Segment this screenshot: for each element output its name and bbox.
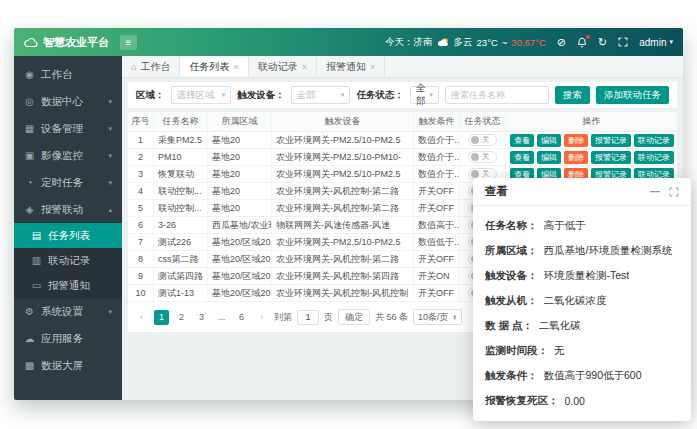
view-button[interactable]: 查看: [510, 134, 534, 147]
tab-workbench[interactable]: ⌂ 工作台: [122, 56, 180, 77]
field-value: 二氧化碳: [539, 319, 581, 333]
edit-button[interactable]: 编辑: [537, 151, 561, 164]
sidebar-item-workbench[interactable]: ◉ 工作台: [14, 61, 122, 88]
close-icon[interactable]: ×: [302, 62, 307, 72]
sidebar-item-app-services[interactable]: ☁ 应用服务: [14, 325, 122, 352]
search-input[interactable]: [445, 86, 549, 104]
delete-button[interactable]: 删除: [564, 134, 588, 147]
cell-device: 农业环境网关-风机控制-第二路: [272, 251, 414, 267]
cell-name: 联动控制...: [154, 183, 208, 199]
search-button[interactable]: 搜索: [555, 86, 590, 104]
notification-badge: [586, 35, 590, 39]
chevron-down-icon: ▾: [108, 179, 112, 187]
cell-region: 基地20: [208, 183, 272, 199]
brand: 智慧农业平台: [24, 35, 120, 50]
username: admin: [639, 37, 666, 48]
home-icon: ⌂: [131, 62, 136, 72]
field-data-point: 数 据 点： 二氧化碳: [485, 313, 679, 338]
add-linkage-task-button[interactable]: 添加联动任务: [596, 86, 669, 104]
region-select[interactable]: 选择区域 ▾: [171, 86, 232, 104]
partly-cloudy-icon: [437, 37, 450, 47]
sidebar-item-alarm-linkage[interactable]: ◈ 报警联动 ▴: [14, 196, 122, 223]
alarm-notice-icon: ▭: [31, 280, 42, 291]
cell-region: 基地20: [208, 132, 272, 148]
cell-no: 4: [128, 183, 154, 199]
linkage-record-button[interactable]: 联动记录: [634, 134, 674, 147]
page-6-button[interactable]: 6: [234, 310, 249, 325]
per-page-select[interactable]: 10条/页 ▲▼: [413, 309, 462, 325]
expand-icon[interactable]: [669, 187, 679, 197]
page-2-button[interactable]: 2: [174, 310, 189, 325]
cell-condition: 数值介于...: [414, 149, 460, 165]
sidebar-item-label: 联动记录: [48, 254, 90, 268]
cell-condition: 数值高于...: [414, 217, 460, 233]
sidebar-item-linkage-records[interactable]: ▥ 联动记录: [14, 248, 122, 273]
view-dialog: 查看 — 任务名称： 高于低于 所属区域： 西瓜基地/环境质量检测系统 触发设备…: [473, 178, 691, 421]
view-button[interactable]: 查看: [510, 151, 534, 164]
temp-high: 30.67°C: [511, 37, 545, 48]
alarm-record-button[interactable]: 报警记录: [591, 151, 631, 164]
notifications-bell-icon[interactable]: [577, 37, 587, 48]
sidebar-item-device-mgmt[interactable]: ▦ 设备管理 ▾: [14, 115, 122, 142]
sidebar-item-scheduled-tasks[interactable]: ◔ 定时任务 ▾: [14, 169, 122, 196]
lock-screen-icon[interactable]: ⊘: [557, 36, 566, 49]
sidebar-item-task-list[interactable]: ▤ 任务列表: [14, 223, 122, 248]
col-header-name: 任务名称: [154, 112, 208, 131]
status-toggle[interactable]: 关: [468, 134, 497, 146]
sidebar-toggle-button[interactable]: ≡: [120, 35, 137, 50]
refresh-icon[interactable]: ↻: [598, 36, 607, 49]
weather-prefix: 今天：济南: [385, 36, 433, 49]
prev-page-button[interactable]: ‹: [134, 310, 149, 325]
tab-alarm-notice[interactable]: 报警通知 ×: [317, 56, 385, 77]
sidebar-item-video-monitor[interactable]: ▣ 影像监控 ▾: [14, 142, 122, 169]
cell-device: 农业环境网关-PM2.5/10-PM10-: [272, 149, 414, 165]
cell-name: 联动控制...: [154, 200, 208, 216]
sidebar-item-data-screen[interactable]: ▩ 数据大屏: [14, 352, 122, 379]
cell-device: 农业环境网关-风机控制-第四路: [272, 268, 414, 284]
cell-device: 农业环境网关-风机控制-第二路: [272, 183, 414, 199]
goto-page-input[interactable]: [297, 310, 319, 325]
sidebar-item-label: 应用服务: [41, 332, 83, 346]
close-icon[interactable]: ×: [233, 62, 238, 72]
cell-no: 7: [128, 234, 154, 250]
chevron-down-icon: ▾: [429, 91, 433, 99]
trigger-device-select[interactable]: 全部 ▾: [291, 86, 351, 104]
edit-button[interactable]: 编辑: [537, 134, 561, 147]
alarm-linkage-submenu: ▤ 任务列表 ▥ 联动记录 ▭ 报警通知: [14, 223, 122, 298]
cell-condition: 开关OFF: [414, 285, 460, 301]
status-toggle[interactable]: 关: [468, 151, 497, 163]
field-label: 报警恢复死区：: [485, 394, 559, 408]
field-monitor-period: 监测时间段： 无: [485, 338, 679, 363]
linkage-record-button[interactable]: 联动记录: [634, 151, 674, 164]
temp-low: 23°C: [477, 37, 498, 48]
cell-device: 农业环境网关-PM2.5/10-PM2.5: [272, 132, 414, 148]
cell-name: 3-26: [154, 217, 208, 233]
tab-task-list[interactable]: 任务列表 ×: [180, 56, 248, 77]
col-header-device: 触发设备: [272, 112, 414, 131]
minimize-icon[interactable]: —: [650, 187, 660, 197]
fullscreen-icon[interactable]: [618, 37, 628, 47]
sidebar-item-alarm-notice[interactable]: ▭ 报警通知: [14, 273, 122, 298]
task-status-select[interactable]: 全部 ▾: [410, 86, 439, 104]
delete-button[interactable]: 删除: [564, 151, 588, 164]
toggle-knob: [471, 153, 479, 161]
cell-condition: 开关OFF: [414, 251, 460, 267]
toggle-label: 关: [482, 152, 490, 162]
page-3-button[interactable]: 3: [194, 310, 209, 325]
field-label: 数 据 点：: [485, 319, 533, 333]
task-status-label: 任务状态：: [356, 89, 404, 102]
goto-confirm-button[interactable]: 确定: [338, 309, 370, 325]
cell-device: 农业环境网关-风机控制-第二路: [272, 200, 414, 216]
sidebar-item-system-settings[interactable]: ⚙ 系统设置 ▾: [14, 298, 122, 325]
sidebar-item-label: 数据中心: [41, 95, 83, 109]
page-1-button[interactable]: 1: [154, 310, 169, 325]
sidebar-item-data-center[interactable]: ◎ 数据中心 ▾: [14, 88, 122, 115]
close-icon[interactable]: ×: [370, 62, 375, 72]
alarm-record-button[interactable]: 报警记录: [591, 134, 631, 147]
cell-condition: 开关ON: [414, 268, 460, 284]
linkage-records-icon: ▥: [31, 255, 42, 266]
cell-region: 基地20: [208, 166, 272, 182]
user-menu[interactable]: admin ▾: [639, 37, 673, 48]
next-page-button[interactable]: ›: [254, 310, 269, 325]
tab-linkage-records[interactable]: 联动记录 ×: [249, 56, 317, 77]
